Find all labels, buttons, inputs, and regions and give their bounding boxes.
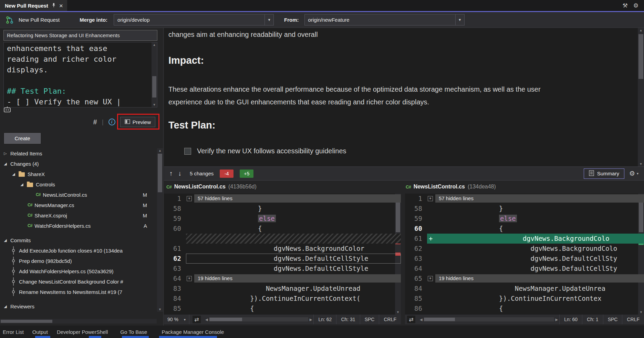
quick-tools-icon[interactable]: ⚒	[623, 2, 628, 9]
tree-section-commits[interactable]: ◢Commits	[0, 235, 157, 245]
previous-change-icon[interactable]: ↑	[169, 170, 173, 177]
chevron-down-icon[interactable]: ▼	[455, 14, 464, 25]
pin-icon[interactable]	[52, 3, 56, 9]
hidden-lines-bar[interactable]: 19 hidden lines	[435, 274, 644, 283]
checkbox[interactable]	[184, 148, 191, 155]
pr-description-editor[interactable]: enhancements that easereading and richer…	[3, 42, 157, 107]
bot-icon[interactable]	[3, 106, 11, 112]
zoom-dropdown[interactable]: 90 % ▾	[164, 315, 189, 324]
create-button[interactable]: Create	[4, 133, 41, 144]
taskbar-active-indicator[interactable]	[89, 336, 101, 338]
pr-title-input[interactable]	[3, 30, 157, 41]
scroll-right-icon[interactable]: ▶	[310, 318, 312, 321]
close-icon[interactable]: ×	[59, 2, 63, 9]
diff-right-pane[interactable]: ▲ ▼ 1+57 hidden lines58 }59 else60 {61+ …	[405, 194, 644, 315]
diff-settings-dropdown[interactable]: ⚙ ▾	[629, 170, 638, 177]
tool-window-bar: Error ListOutputDeveloper PowerShellGo T…	[0, 326, 644, 338]
info-icon[interactable]: i	[108, 119, 115, 125]
tree-section-changes-4[interactable]: ◢Changes (4)	[0, 158, 157, 169]
additions-badge: +5	[240, 170, 253, 178]
expand-region-icon[interactable]: +	[428, 196, 433, 201]
hidden-lines-bar[interactable]: 57 hidden lines	[194, 194, 401, 203]
scrollbar-thumb[interactable]	[158, 154, 162, 192]
commit-item[interactable]: Prep demo (982bdc5d)	[0, 256, 157, 266]
tool-window-tab-output[interactable]: Output	[32, 329, 48, 335]
scrollbar-thumb[interactable]	[209, 318, 242, 321]
expand-region-icon[interactable]: +	[187, 276, 192, 281]
added-line-plus: +	[427, 234, 436, 244]
taskbar-active-indicator[interactable]	[159, 336, 217, 338]
collapsed-region-row[interactable]: 64+19 hidden lines	[164, 274, 401, 284]
diff-left-pane[interactable]: ▲ ▼ 1+57 hidden lines58 }59 else60 {61 d…	[164, 194, 401, 315]
scroll-down-icon[interactable]: ▼	[157, 307, 163, 312]
compare-toggle-icon[interactable]: ⇄	[193, 316, 201, 323]
tree-horizontal-scrollbar[interactable]	[0, 319, 157, 324]
window-toolbar: ⚒ ⚙	[623, 0, 644, 11]
next-change-icon[interactable]: ↓	[178, 170, 182, 177]
collapsed-region-row[interactable]: 65+19 hidden lines	[405, 274, 644, 284]
collapsed-region-row[interactable]: 1+57 hidden lines	[405, 194, 644, 204]
scroll-left-icon[interactable]: ◀	[420, 318, 423, 321]
scrollbar-thumb[interactable]	[638, 34, 643, 79]
tree-item-sharex[interactable]: ◢ShareX	[0, 169, 157, 179]
chevron-expanded-icon[interactable]: ◢	[3, 162, 8, 166]
scrollbar-thumb[interactable]	[424, 318, 455, 321]
merge-into-dropdown[interactable]: origin/develop ▼	[114, 14, 274, 25]
tool-window-tab-go-to-base[interactable]: Go To Base	[120, 329, 147, 335]
horizontal-scrollbar[interactable]	[424, 317, 554, 321]
chevron-collapsed-icon[interactable]: ▷	[3, 151, 8, 156]
tool-window-tab-error-list[interactable]: Error List	[3, 329, 24, 335]
taskbar-active-indicator[interactable]	[35, 336, 50, 338]
keyword-highlight: else	[499, 215, 517, 222]
tree-item-sharex-csproj[interactable]: C#ShareX.csprojM	[0, 210, 157, 221]
line-number: 60	[405, 224, 427, 234]
tree-section-related-items[interactable]: ▷Related Items	[0, 148, 157, 158]
tool-window-tab-developer-powershell[interactable]: Developer PowerShell	[57, 329, 108, 335]
chevron-expanded-icon[interactable]: ◢	[19, 182, 24, 187]
collapsed-region-row[interactable]: 1+57 hidden lines	[164, 194, 401, 204]
tree-item-newslistcontrol-cs[interactable]: C#NewsListControl.csM	[0, 190, 157, 200]
commit-item[interactable]: Add WatchFoldersHelpers.cs (502a3629)	[0, 266, 157, 276]
scrollbar-thumb[interactable]	[152, 76, 156, 98]
tree-item-label: Controls	[36, 182, 55, 187]
commit-item[interactable]: Change NewsListControl Background Color …	[0, 276, 157, 287]
taskbar-active-indicator[interactable]	[122, 336, 149, 338]
tree-scrollbar[interactable]: ▲ ▼	[157, 148, 163, 312]
compare-toggle-icon[interactable]: ⇄	[407, 316, 415, 323]
chevron-expanded-icon[interactable]: ◢	[11, 172, 16, 176]
scroll-left-icon[interactable]: ◀	[205, 318, 208, 321]
preview-scrollbar[interactable]: ▲ ▼	[638, 28, 644, 166]
scroll-down-icon[interactable]: ▼	[638, 162, 644, 166]
commit-item[interactable]: Rename NewsItems to NewsItemsList #19 (7	[0, 287, 157, 297]
tree-section-reviewers[interactable]: ◢Reviewers	[0, 301, 157, 311]
summary-button[interactable]: Summary	[584, 168, 624, 179]
scroll-up-icon[interactable]: ▲	[152, 42, 157, 47]
preview-button[interactable]: Preview	[120, 117, 155, 127]
scrollbar-thumb[interactable]	[1, 320, 52, 323]
tree-item-controls[interactable]: ◢Controls	[0, 179, 157, 190]
hidden-lines-bar[interactable]: 57 hidden lines	[435, 194, 644, 203]
tool-window-tab-package-manager-console[interactable]: Package Manager Console	[162, 329, 224, 335]
description-scrollbar[interactable]: ▲ ▼	[152, 42, 157, 107]
deleted-lines-placeholder-row	[164, 234, 401, 244]
code-text: {	[436, 224, 503, 234]
scroll-down-icon[interactable]: ▼	[152, 102, 157, 107]
chevron-down-icon[interactable]: ▼	[264, 14, 273, 25]
tree-item-newsmanager-cs[interactable]: C#NewsManager.csM	[0, 200, 157, 210]
commit-item[interactable]: Add ExecuteJob function closes #10 (134d…	[0, 245, 157, 256]
scroll-right-icon[interactable]: ▶	[555, 318, 558, 321]
tab-new-pull-request[interactable]: New Pull Request ×	[0, 0, 67, 11]
chevron-expanded-icon[interactable]: ◢	[3, 304, 8, 309]
work-item-icon[interactable]: #	[93, 118, 97, 126]
settings-gear-icon[interactable]: ⚙	[633, 2, 638, 9]
code-text: else	[436, 214, 517, 224]
chevron-expanded-icon[interactable]: ◢	[3, 238, 8, 243]
scroll-up-icon[interactable]: ▲	[638, 28, 644, 33]
expand-region-icon[interactable]: +	[428, 276, 433, 281]
scroll-up-icon[interactable]: ▲	[157, 148, 163, 153]
tree-item-watchfoldershelpers-cs[interactable]: C#WatchFoldersHelpers.csA	[0, 221, 157, 231]
expand-region-icon[interactable]: +	[187, 196, 192, 201]
horizontal-scrollbar[interactable]	[209, 317, 308, 321]
hidden-lines-bar[interactable]: 19 hidden lines	[194, 274, 401, 283]
from-dropdown[interactable]: origin/newFeature ▼	[304, 14, 465, 25]
